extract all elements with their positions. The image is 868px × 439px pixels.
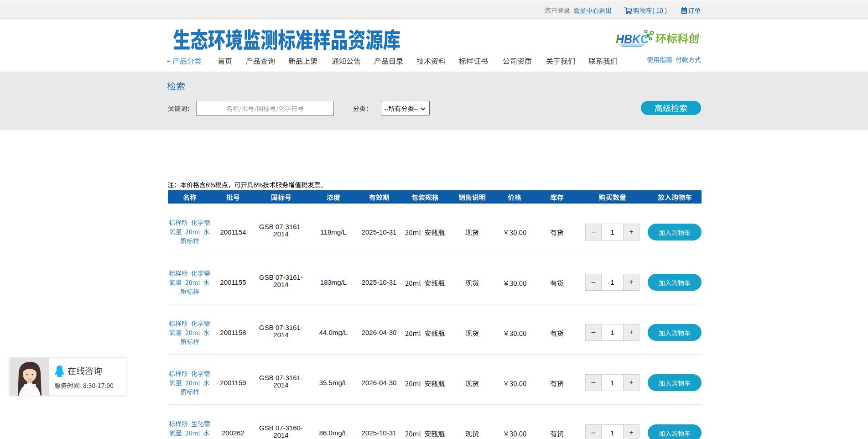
svg-text:HBKC: HBKC [616, 32, 649, 46]
